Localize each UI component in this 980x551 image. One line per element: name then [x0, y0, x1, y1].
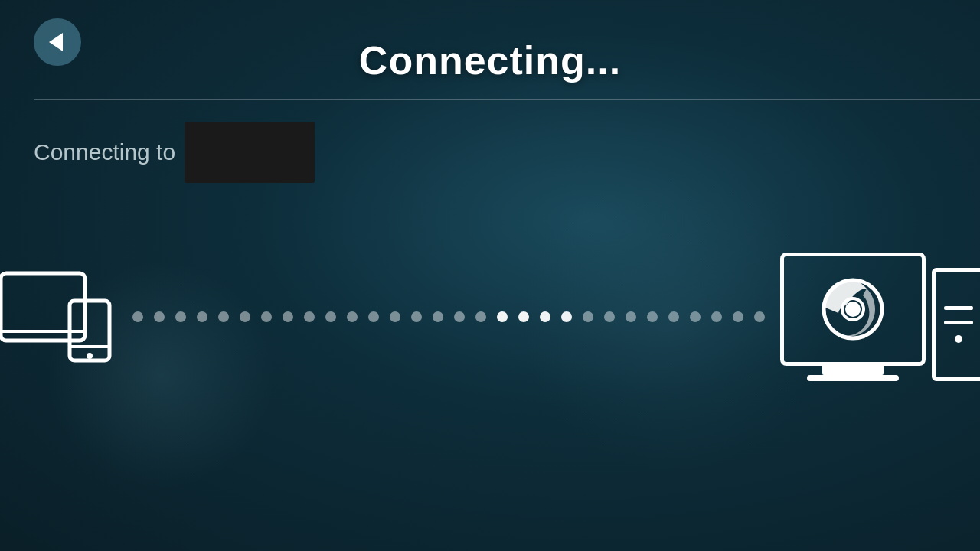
tower-icon — [932, 268, 980, 381]
back-arrow-icon — [49, 33, 63, 51]
steam-pc-icon — [780, 253, 980, 381]
connection-dot-13 — [411, 311, 422, 322]
monitor-base — [807, 375, 899, 381]
connection-dot-0 — [132, 311, 143, 322]
connection-dot-25 — [668, 311, 679, 322]
connection-dot-17 — [497, 311, 508, 322]
connection-dot-14 — [433, 311, 443, 322]
connection-dot-5 — [240, 311, 250, 322]
monitor-screen — [780, 253, 926, 366]
connection-dot-15 — [454, 311, 465, 322]
tower-line-2 — [944, 321, 973, 324]
connection-dot-1 — [154, 311, 165, 322]
connection-dot-9 — [325, 311, 336, 322]
connection-dot-4 — [218, 311, 229, 322]
connection-dot-3 — [197, 311, 207, 322]
tower-dot — [955, 335, 962, 343]
connection-dot-16 — [475, 311, 486, 322]
svg-point-7 — [845, 302, 861, 317]
connection-dot-12 — [390, 311, 400, 322]
animation-area — [0, 253, 980, 381]
connection-dot-20 — [561, 311, 572, 322]
connection-dot-24 — [647, 311, 658, 322]
monitor-stand — [822, 366, 884, 375]
client-devices-icon — [0, 267, 117, 367]
connection-dot-19 — [540, 311, 550, 322]
connection-dot-18 — [518, 311, 529, 322]
tower-line-1 — [944, 306, 973, 310]
connection-dot-7 — [283, 311, 293, 322]
connection-dot-8 — [304, 311, 315, 322]
connection-dot-6 — [261, 311, 272, 322]
status-area: Connecting to — [0, 100, 980, 183]
connection-dot-23 — [626, 311, 636, 322]
connection-dot-10 — [347, 311, 358, 322]
connection-dot-27 — [711, 311, 722, 322]
connection-dot-22 — [604, 311, 615, 322]
back-button[interactable] — [34, 18, 81, 66]
connection-dot-21 — [583, 311, 593, 322]
redacted-hostname — [185, 122, 315, 183]
connection-dots — [117, 311, 780, 322]
header: Connecting... — [0, 0, 980, 99]
connection-dot-11 — [368, 311, 379, 322]
connection-dot-28 — [733, 311, 743, 322]
connection-dot-2 — [175, 311, 186, 322]
steam-logo-icon — [818, 275, 887, 344]
connecting-to-label: Connecting to — [34, 139, 175, 165]
connection-dot-26 — [690, 311, 701, 322]
connection-dot-29 — [754, 311, 765, 322]
page-title: Connecting... — [359, 37, 621, 83]
svg-point-4 — [87, 353, 93, 359]
monitor-icon — [780, 253, 926, 381]
